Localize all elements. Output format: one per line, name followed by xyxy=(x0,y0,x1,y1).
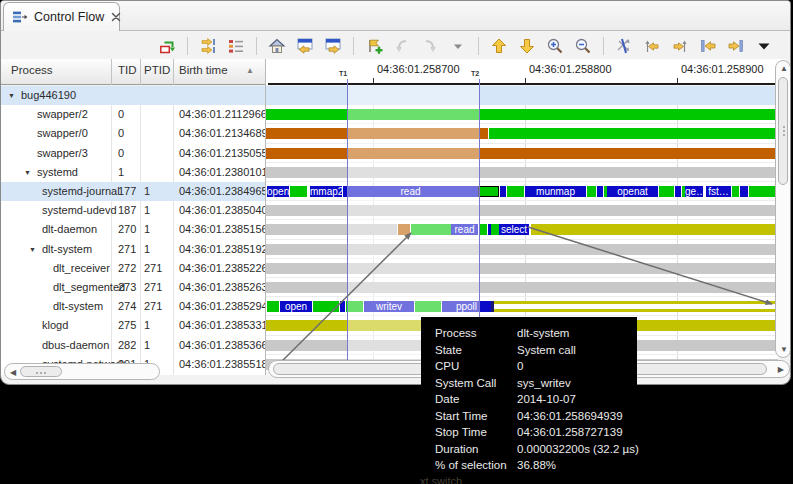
state-segment[interactable] xyxy=(290,186,307,197)
expand-collapse-icon[interactable]: ▼ xyxy=(24,169,31,176)
state-segment[interactable] xyxy=(266,205,778,216)
tree-hscroll-thumb[interactable] xyxy=(20,366,62,377)
scroll-left-icon[interactable]: ◀ xyxy=(10,368,16,377)
timeline-vertical-scrollbar[interactable]: ▲ ▼ xyxy=(775,60,791,358)
reset-time-icon[interactable] xyxy=(157,36,177,56)
column-header-tid[interactable]: TID xyxy=(118,64,137,76)
scroll-up-icon[interactable]: ▲ xyxy=(780,64,788,73)
state-segment[interactable] xyxy=(266,263,778,274)
state-segment[interactable] xyxy=(494,301,778,312)
state-segment-open[interactable]: open xyxy=(280,301,312,312)
table-row[interactable]: dbus-daemon282104:36:01.238536639 xyxy=(1,336,266,355)
hide-arrows-icon[interactable] xyxy=(614,36,634,56)
timeline-row[interactable]: readselect xyxy=(266,220,778,239)
table-row[interactable]: swapper/2004:36:01.211296639 xyxy=(1,105,266,124)
table-row[interactable]: systemd-udevd187104:36:01.238504039 xyxy=(1,201,266,220)
table-row[interactable]: dlt-system27427104:36:01.238529439 xyxy=(1,297,266,316)
table-row[interactable]: dlt-daemon270104:36:01.238515639 xyxy=(1,220,266,239)
state-segment[interactable] xyxy=(491,224,499,235)
align-views-icon[interactable] xyxy=(198,36,218,56)
state-segment-open[interactable]: open xyxy=(267,186,289,197)
select-next-state-icon[interactable] xyxy=(517,36,537,56)
previous-event-icon[interactable] xyxy=(295,36,315,56)
follow-cpu-forward-icon[interactable] xyxy=(670,36,690,56)
state-segment[interactable] xyxy=(266,86,778,105)
close-icon[interactable] xyxy=(110,11,122,23)
tab-control-flow[interactable]: Control Flow xyxy=(3,2,120,31)
ptid-value: 271 xyxy=(144,300,162,312)
state-segment[interactable] xyxy=(266,148,778,159)
timeline-row[interactable] xyxy=(266,240,778,259)
marker-menu-caret-icon[interactable] xyxy=(448,36,468,56)
timeline-row[interactable] xyxy=(266,124,778,143)
state-segment[interactable] xyxy=(478,186,499,197)
timeline-row[interactable] xyxy=(266,144,778,163)
timeline-row[interactable]: openwritevppoll xyxy=(266,297,778,316)
timeline-row[interactable] xyxy=(266,105,778,124)
column-header-ptid[interactable]: PTID xyxy=(144,64,170,76)
state-segment-fst[interactable]: fst… xyxy=(706,186,731,197)
go-to-start-icon[interactable] xyxy=(698,36,718,56)
home-icon[interactable] xyxy=(267,36,287,56)
state-segment[interactable] xyxy=(597,186,603,197)
go-to-end-icon[interactable] xyxy=(726,36,746,56)
table-row[interactable]: swapper/0004:36:01.213468939 xyxy=(1,124,266,143)
table-row[interactable]: klogd275104:36:01.238533139 xyxy=(1,316,266,335)
state-segment[interactable] xyxy=(340,301,345,312)
expand-collapse-icon[interactable]: ▼ xyxy=(29,246,36,253)
scroll-down-icon[interactable]: ▼ xyxy=(780,345,788,354)
state-segment[interactable] xyxy=(500,186,506,197)
next-event-icon[interactable] xyxy=(323,36,343,56)
state-segment[interactable] xyxy=(531,224,778,235)
tree-horizontal-scrollbar[interactable]: ◀ xyxy=(4,363,160,380)
select-previous-state-icon[interactable] xyxy=(489,36,509,56)
state-segment[interactable] xyxy=(313,301,339,312)
state-segment-ge[interactable]: ge… xyxy=(685,186,703,197)
timeline-row[interactable] xyxy=(266,86,778,105)
timeline-row[interactable] xyxy=(266,163,778,182)
state-segment-openat[interactable]: openat xyxy=(607,186,658,197)
timeline-row[interactable]: openmmap2readmunmapopenatge…fst… xyxy=(266,182,778,201)
state-segment[interactable] xyxy=(659,186,674,197)
table-row[interactable]: swapper/3004:36:01.213505539 xyxy=(1,144,266,163)
vscroll-thumb[interactable] xyxy=(778,77,788,185)
add-bookmark-icon[interactable] xyxy=(364,36,384,56)
timeline-row[interactable] xyxy=(266,259,778,278)
column-header-birth-time[interactable]: Birth time xyxy=(179,64,228,76)
state-segment[interactable] xyxy=(489,128,778,139)
state-segment[interactable] xyxy=(266,109,778,120)
state-segment[interactable] xyxy=(266,244,778,255)
state-segment-munmap[interactable]: munmap xyxy=(525,186,586,197)
show-legend-icon[interactable] xyxy=(226,36,246,56)
scroll-right-icon[interactable]: ▶ xyxy=(778,365,784,374)
tooltip-field-label: CPU xyxy=(435,358,517,375)
state-segment[interactable] xyxy=(732,186,739,197)
state-segment[interactable] xyxy=(740,186,748,197)
table-row[interactable]: systemd-journal177104:36:01.238496539 xyxy=(1,182,266,201)
timeline-row[interactable] xyxy=(266,201,778,220)
state-segment[interactable] xyxy=(675,186,681,197)
zoom-in-icon[interactable] xyxy=(545,36,565,56)
table-row[interactable]: ▼bug446190 xyxy=(1,86,266,105)
follow-cpu-backward-icon[interactable] xyxy=(642,36,662,56)
ptid-value: 271 xyxy=(144,281,162,293)
table-row[interactable]: dlt_segmented27327104:36:01.238526339 xyxy=(1,278,266,297)
state-segment[interactable] xyxy=(266,282,778,293)
expand-collapse-icon[interactable]: ▼ xyxy=(8,92,15,99)
state-segment[interactable] xyxy=(266,167,778,178)
axis-tick-label: 04:36:01.258900 xyxy=(681,63,764,75)
state-segment-select[interactable]: select xyxy=(499,224,529,235)
state-segment[interactable] xyxy=(479,224,487,235)
table-row[interactable]: ▼systemd104:36:01.238010139 xyxy=(1,163,266,182)
state-segment[interactable] xyxy=(749,186,778,197)
table-row[interactable]: dlt_receiver27227104:36:01.238522639 xyxy=(1,259,266,278)
timeline-row[interactable] xyxy=(266,278,778,297)
state-segment[interactable] xyxy=(267,301,279,312)
table-row[interactable]: ▼dlt-system271104:36:01.238519239 xyxy=(1,240,266,259)
view-menu-icon[interactable] xyxy=(754,36,774,56)
column-header-process[interactable]: Process xyxy=(11,64,53,76)
zoom-out-icon[interactable] xyxy=(573,36,593,56)
state-segment-mmap2[interactable]: mmap2 xyxy=(310,186,342,197)
state-segment[interactable] xyxy=(587,186,596,197)
state-segment[interactable] xyxy=(507,186,524,197)
